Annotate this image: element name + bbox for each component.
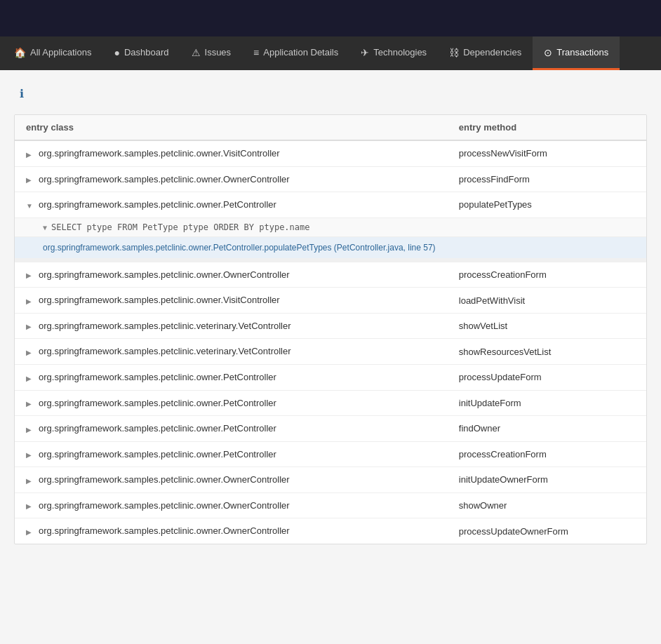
chevron-right-icon[interactable] <box>26 424 36 434</box>
nav-dashboard[interactable]: ● Dashboard <box>102 36 180 70</box>
table-row: org.springframework.samples.petclinic.ow… <box>15 288 646 314</box>
nav-label-all-applications: All Applications <box>30 47 91 58</box>
nav-label-transactions: Transactions <box>556 47 608 58</box>
entry-method-cell: findOwner <box>448 416 646 442</box>
entry-method-cell: showVetList <box>448 313 646 339</box>
table-row: org.springframework.samples.petclinic.ow… <box>15 364 646 390</box>
source-link[interactable]: org.springframework.samples.petclinic.ow… <box>43 243 436 253</box>
entry-method-cell: processNewVisitForm <box>448 140 646 166</box>
entry-class-cell[interactable]: org.springframework.samples.petclinic.ve… <box>15 339 448 365</box>
chevron-right-icon[interactable] <box>26 270 36 280</box>
entry-class-cell[interactable]: org.springframework.samples.petclinic.ow… <box>15 260 448 288</box>
entry-method-cell: processUpdateForm <box>448 364 646 390</box>
nav-label-dashboard: Dashboard <box>124 47 169 58</box>
entry-method-cell: processFindForm <box>448 166 646 192</box>
home-icon: 🏠 <box>14 47 26 58</box>
chevron-right-icon[interactable] <box>26 501 36 511</box>
chevron-right-icon[interactable] <box>26 450 36 459</box>
entry-method-cell: processCreationForm <box>448 441 646 467</box>
entry-class-cell[interactable]: org.springframework.samples.petclinic.ow… <box>15 288 448 314</box>
table-row: org.springframework.samples.petclinic.ow… <box>15 140 646 166</box>
chevron-right-icon[interactable] <box>26 373 36 383</box>
entry-class-cell[interactable]: org.springframework.samples.petclinic.ow… <box>15 140 448 166</box>
nav-label-technologies: Technologies <box>373 47 427 58</box>
entry-class-cell[interactable]: org.springframework.samples.petclinic.ow… <box>15 467 448 493</box>
main-content: ℹ entry class entry method org.springfra… <box>0 70 661 561</box>
sql-content-cell[interactable]: SELECT ptype FROM PetType ptype ORDER BY… <box>15 217 646 236</box>
nav-dependencies[interactable]: ⛓ Dependencies <box>438 36 533 70</box>
chevron-right-icon[interactable] <box>26 476 36 485</box>
entry-method-cell: initUpdateForm <box>448 390 646 416</box>
chevron-right-icon[interactable] <box>26 321 36 331</box>
chevron-right-icon[interactable] <box>26 175 36 185</box>
info-icon[interactable]: ℹ <box>20 87 24 100</box>
dependencies-icon: ⛓ <box>449 47 459 58</box>
table-row: org.springframework.samples.petclinic.ow… <box>15 192 646 218</box>
nav-all-applications[interactable]: 🏠 All Applications <box>3 36 102 70</box>
entry-class-cell[interactable]: org.springframework.samples.petclinic.ow… <box>15 441 448 467</box>
chevron-right-icon[interactable] <box>26 527 36 537</box>
nav-transactions[interactable]: ⊙ Transactions <box>533 36 620 70</box>
transactions-table-container: entry class entry method org.springframe… <box>14 114 647 544</box>
table-row: org.springframework.samples.petclinic.ve… <box>15 313 646 339</box>
top-bar <box>0 0 661 36</box>
sub-row-sql: SELECT ptype FROM PetType ptype ORDER BY… <box>15 217 646 236</box>
nav-label-application-details: Application Details <box>263 47 338 58</box>
entry-class-cell[interactable]: org.springframework.samples.petclinic.ow… <box>15 364 448 390</box>
sub-row-link: org.springframework.samples.petclinic.ow… <box>15 236 646 260</box>
table-row: org.springframework.samples.petclinic.ow… <box>15 390 646 416</box>
table-row: org.springframework.samples.petclinic.ow… <box>15 492 646 518</box>
entry-class-cell[interactable]: org.springframework.samples.petclinic.ow… <box>15 416 448 442</box>
chevron-right-icon[interactable] <box>26 347 36 357</box>
table-row: org.springframework.samples.petclinic.ow… <box>15 518 646 544</box>
technologies-icon: ✈ <box>361 47 369 58</box>
table-row: org.springframework.samples.petclinic.ow… <box>15 467 646 493</box>
nav-technologies[interactable]: ✈ Technologies <box>349 36 438 70</box>
col-header-entry-method: entry method <box>448 115 646 140</box>
entry-class-cell[interactable]: org.springframework.samples.petclinic.ve… <box>15 313 448 339</box>
table-header-row: entry class entry method <box>15 115 646 140</box>
dashboard-icon: ● <box>114 47 119 58</box>
chevron-right-icon[interactable] <box>26 398 36 408</box>
table-row: org.springframework.samples.petclinic.ow… <box>15 441 646 467</box>
transactions-icon: ⊙ <box>544 47 552 58</box>
entry-method-cell: populatePetTypes <box>448 192 646 218</box>
nav-label-dependencies: Dependencies <box>463 47 521 58</box>
page-title: ℹ <box>14 87 647 100</box>
entry-method-cell: loadPetWithVisit <box>448 288 646 314</box>
chevron-right-icon[interactable] <box>26 149 36 159</box>
table-row: org.springframework.samples.petclinic.ow… <box>15 260 646 288</box>
issues-icon: ⚠ <box>192 47 201 58</box>
entry-method-cell: processUpdateOwnerForm <box>448 518 646 544</box>
transactions-table: entry class entry method org.springframe… <box>15 115 646 544</box>
chevron-right-icon[interactable] <box>26 296 36 306</box>
nav-issues[interactable]: ⚠ Issues <box>180 36 243 70</box>
nav-label-issues: Issues <box>205 47 232 58</box>
entry-class-cell[interactable]: org.springframework.samples.petclinic.ow… <box>15 518 448 544</box>
entry-method-cell: initUpdateOwnerForm <box>448 467 646 493</box>
sql-chevron-icon[interactable] <box>43 222 47 232</box>
col-header-entry-class: entry class <box>15 115 448 140</box>
nav-application-details[interactable]: ≡ Application Details <box>242 36 349 70</box>
nav-bar: 🏠 All Applications ● Dashboard ⚠ Issues … <box>0 36 661 70</box>
entry-class-cell[interactable]: org.springframework.samples.petclinic.ow… <box>15 390 448 416</box>
table-row: org.springframework.samples.petclinic.ve… <box>15 339 646 365</box>
table-row: org.springframework.samples.petclinic.ow… <box>15 166 646 192</box>
table-row: org.springframework.samples.petclinic.ow… <box>15 416 646 442</box>
link-content-cell[interactable]: org.springframework.samples.petclinic.ow… <box>15 236 646 260</box>
entry-class-cell[interactable]: org.springframework.samples.petclinic.ow… <box>15 166 448 192</box>
app-details-icon: ≡ <box>253 47 259 58</box>
chevron-down-icon[interactable] <box>26 201 36 210</box>
entry-method-cell: processCreationForm <box>448 260 646 288</box>
entry-class-cell[interactable]: org.springframework.samples.petclinic.ow… <box>15 192 448 218</box>
entry-method-cell: showOwner <box>448 492 646 518</box>
entry-method-cell: showResourcesVetList <box>448 339 646 365</box>
entry-class-cell[interactable]: org.springframework.samples.petclinic.ow… <box>15 492 448 518</box>
